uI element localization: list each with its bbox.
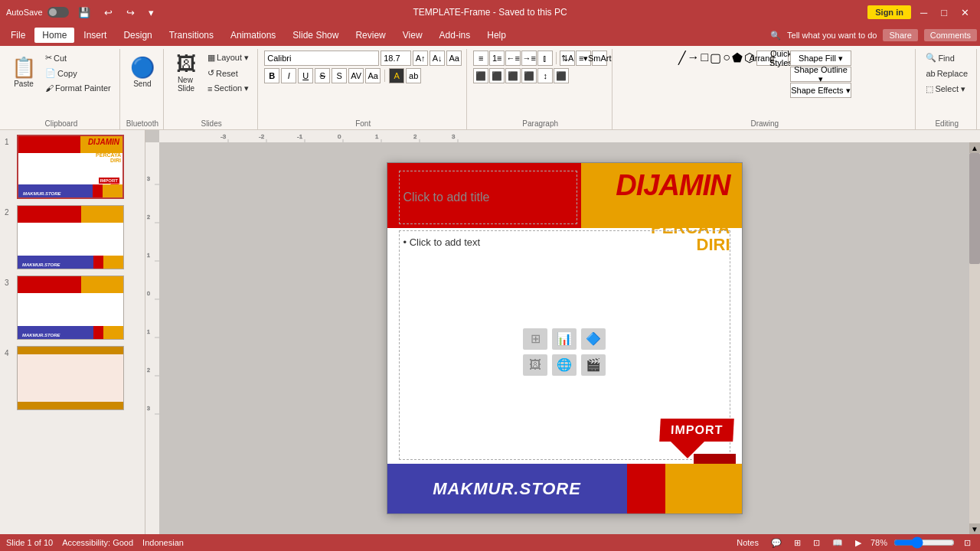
font-color-button[interactable]: A [389,68,404,83]
menu-insert[interactable]: Insert [76,28,114,43]
layout-button[interactable]: ▦Layout ▾ [204,51,253,65]
replace-button[interactable]: abReplace [922,67,972,80]
section-button[interactable]: ≡Section ▾ [204,81,253,96]
menu-animations[interactable]: Animations [223,28,283,43]
share-button[interactable]: Share [883,29,917,41]
text-direction-button[interactable]: ⇅A [560,51,575,66]
slide-sorter-button[interactable]: ⊡ [810,537,823,549]
shape-outline-button[interactable]: Shape Outline ▾ [790,67,851,82]
shadow-button[interactable]: S [332,68,347,83]
menu-home[interactable]: Home [34,28,74,43]
slideshow-button[interactable]: ▶ [852,537,864,549]
paste-button[interactable]: 📋 Paste [8,51,40,93]
slide-preview-1[interactable]: DIJAMIN LEBIH PERCAYA DIRI IMPORT MAKMUR… [17,135,124,199]
bluetooth-button[interactable]: 🔵 Send [126,51,158,93]
font-name-input[interactable] [264,51,379,66]
increase-font-button[interactable]: A↑ [413,51,428,66]
bold-button[interactable]: B [264,68,279,83]
tell-me-label[interactable]: Tell what you want to do [787,31,877,40]
restore-button[interactable]: □ [936,5,952,20]
line-spacing-button[interactable]: ↕ [537,68,553,83]
sign-in-button[interactable]: Sign in [867,5,911,19]
format-painter-button[interactable]: 🖌Format Painter [41,81,115,95]
comments-panel-button[interactable]: 💬 [768,537,785,549]
table-icon[interactable]: ⊞ [523,328,547,350]
vertical-scrollbar[interactable]: ▲ ▼ [969,142,980,534]
align-center-button[interactable]: ⬛ [489,68,505,83]
copy-button[interactable]: 📄Copy [41,66,115,80]
quick-styles-button[interactable]: QuickStyles [773,51,789,66]
strikethrough-button[interactable]: S [315,68,330,83]
slide-thumb-3[interactable]: 3 MAKMUR.STORE [3,274,142,341]
undo-button[interactable]: ↩ [100,5,117,20]
normal-view-button[interactable]: ⊞ [791,537,804,549]
columns-button[interactable]: ⫿ [537,51,553,66]
cut-button[interactable]: ✂Cut [41,51,115,65]
menu-help[interactable]: Help [479,28,514,43]
decrease-indent-button[interactable]: ←≡ [505,51,521,66]
italic-button[interactable]: I [281,68,296,83]
find-button[interactable]: 🔍Find [922,51,958,65]
select-button[interactable]: ⬚Select ▾ [922,82,969,96]
reset-button[interactable]: ↺Reset [204,66,253,80]
scroll-up-button[interactable]: ▲ [969,142,980,153]
picture-icon[interactable]: 🖼 [523,354,547,376]
slide-canvas[interactable]: Click to add title DIJAMIN LEBIH PERCAYA… [387,162,743,514]
save-button[interactable]: 💾 [74,5,95,20]
video-icon[interactable]: 🎬 [581,354,606,376]
font-size-input[interactable] [381,51,411,66]
decrease-font-button[interactable]: A↓ [430,51,445,66]
customize-button[interactable]: ▾ [144,5,158,20]
bullets-button[interactable]: ≡ [473,51,488,66]
title-placeholder[interactable]: Click to add title [399,171,577,224]
autosave-toggle[interactable] [47,7,69,18]
scroll-track[interactable] [969,153,980,523]
para-more-button[interactable]: ⬛ [554,68,569,83]
search-icon[interactable]: 🔍 [770,31,781,41]
rounded-rect-tool[interactable]: ▢ [710,51,721,98]
slide-thumb-1[interactable]: 1 DIJAMIN LEBIH PERCAYA DIRI IMPORT MAKM… [3,133,142,201]
menu-addins[interactable]: Add-ins [432,28,479,43]
rect-tool[interactable]: □ [701,51,709,98]
chart-icon[interactable]: 📊 [552,328,577,350]
reading-view-button[interactable]: 📖 [829,537,846,549]
comments-button[interactable]: Comments [924,29,977,41]
underline-button[interactable]: U [298,68,313,83]
justify-button[interactable]: ⬛ [521,68,537,83]
slide-area[interactable]: Click to add title DIJAMIN LEBIH PERCAYA… [159,142,969,534]
smartart-icon[interactable]: 🔷 [581,328,606,350]
scroll-thumb[interactable] [969,153,980,264]
notes-button[interactable]: Notes [733,537,762,548]
shapes-more[interactable]: ⬟ [732,51,743,98]
menu-transitions[interactable]: Transitions [162,28,221,43]
highlight-button[interactable]: ab [406,68,421,83]
fit-slide-button[interactable]: ⊡ [961,537,974,549]
align-left-button[interactable]: ⬛ [473,68,488,83]
align-right-button[interactable]: ⬛ [505,68,521,83]
clear-format-button[interactable]: Aa [446,51,462,66]
menu-view[interactable]: View [395,28,430,43]
change-case-button[interactable]: Aa [365,68,381,83]
scroll-down-button[interactable]: ▼ [969,523,980,534]
close-button[interactable]: ✕ [956,5,974,20]
numbering-button[interactable]: 1≡ [489,51,505,66]
slide-preview-2[interactable]: MAKMUR.STORE [17,205,124,269]
redo-button[interactable]: ↪ [122,5,139,20]
shape-effects-button[interactable]: Shape Effects ▾ [790,83,851,98]
menu-slideshow[interactable]: Slide Show [285,28,346,43]
menu-file[interactable]: File [3,28,33,43]
new-slide-button[interactable]: 🖼 NewSlide [170,51,202,93]
shape-fill-button[interactable]: Shape Fill ▾ [790,51,851,66]
slide-preview-3[interactable]: MAKMUR.STORE [17,276,124,340]
menu-design[interactable]: Design [116,28,159,43]
smartart-button[interactable]: SmArt [592,51,607,66]
oval-tool[interactable]: ○ [723,51,730,98]
online-picture-icon[interactable]: 🌐 [552,354,577,376]
slide-thumb-2[interactable]: 2 MAKMUR.STORE [3,204,142,271]
minimize-button[interactable]: ─ [916,5,932,20]
slide-preview-4[interactable] [17,346,124,410]
line-tool[interactable]: ╱ [678,51,686,98]
arrow-tool[interactable]: → [688,51,700,98]
char-spacing-button[interactable]: AV [348,68,364,83]
increase-indent-button[interactable]: →≡ [521,51,537,66]
